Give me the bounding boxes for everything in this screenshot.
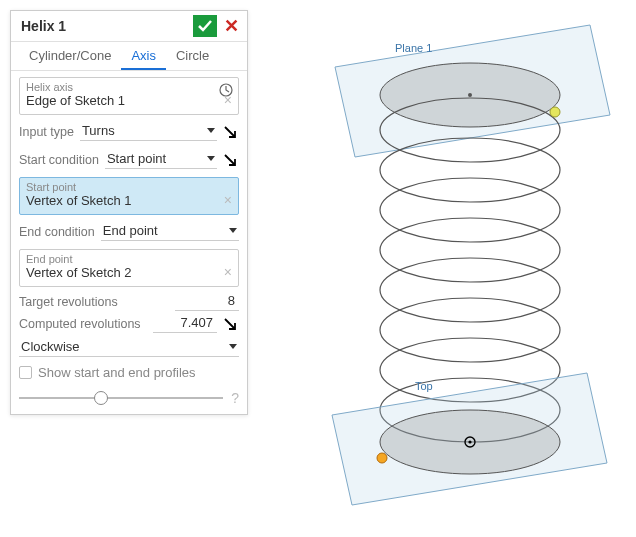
target-revolutions-label: Target revolutions: [19, 295, 175, 309]
cancel-button[interactable]: ✕: [221, 15, 241, 37]
flip-icon: [223, 153, 237, 167]
help-icon[interactable]: ?: [231, 390, 239, 406]
panel-title: Helix 1: [21, 18, 193, 34]
accept-button[interactable]: [193, 15, 217, 37]
input-type-value: Turns: [82, 123, 115, 138]
end-condition-value: End point: [103, 223, 158, 238]
end-point-field[interactable]: End point Vertex of Sketch 2 ×: [19, 249, 239, 287]
chevron-down-icon: [229, 228, 237, 233]
computed-revolutions-value: 7.407: [153, 315, 217, 333]
show-profiles-label: Show start and end profiles: [38, 365, 196, 380]
start-condition-select[interactable]: Start point: [105, 150, 217, 169]
slider-row: ?: [19, 390, 239, 406]
svg-point-2: [380, 138, 560, 202]
end-point-label: End point: [26, 253, 232, 265]
helix-top-center: [468, 93, 472, 97]
viewport[interactable]: Plane 1 Top: [270, 10, 630, 530]
show-profiles-row[interactable]: Show start and end profiles: [19, 365, 239, 380]
svg-point-4: [380, 218, 560, 282]
flip-input-type-button[interactable]: [221, 123, 239, 141]
flip-computed-button[interactable]: [221, 315, 239, 333]
tab-circle[interactable]: Circle: [166, 42, 219, 70]
slider-track: [19, 397, 223, 399]
tab-bar: Cylinder/Cone Axis Circle: [11, 42, 247, 71]
clock-icon[interactable]: [218, 82, 234, 101]
flip-icon: [223, 317, 237, 331]
end-condition-label: End condition: [19, 225, 95, 239]
chevron-down-icon: [207, 128, 215, 133]
helix-start-vertex[interactable]: [550, 107, 560, 117]
helix-axis-field[interactable]: Helix axis Edge of Sketch 1 ×: [19, 77, 239, 115]
end-point-value: Vertex of Sketch 2: [26, 265, 232, 282]
direction-select[interactable]: Clockwise: [19, 338, 239, 357]
svg-point-3: [380, 178, 560, 242]
panel-header: Helix 1 ✕: [11, 11, 247, 42]
input-type-label: Input type: [19, 125, 74, 139]
flip-start-condition-button[interactable]: [221, 151, 239, 169]
start-point-field[interactable]: Start point Vertex of Sketch 1 ×: [19, 177, 239, 215]
input-type-row: Input type Turns: [19, 121, 239, 143]
show-profiles-checkbox[interactable]: [19, 366, 32, 379]
start-condition-value: Start point: [107, 151, 166, 166]
computed-revolutions-row: Computed revolutions 7.407: [19, 315, 239, 333]
svg-point-6: [380, 298, 560, 362]
viewport-svg: Plane 1 Top: [270, 10, 630, 530]
tab-axis[interactable]: Axis: [121, 42, 166, 70]
start-condition-row: Start condition Start point: [19, 149, 239, 171]
plane-top-label: Plane 1: [395, 42, 432, 54]
helix-end-vertex[interactable]: [377, 453, 387, 463]
direction-value: Clockwise: [21, 339, 80, 354]
helix-axis-value: Edge of Sketch 1: [26, 93, 232, 110]
end-condition-row: End condition End point: [19, 221, 239, 243]
check-icon: [197, 19, 213, 33]
chevron-down-icon: [229, 344, 237, 349]
flip-icon: [223, 125, 237, 139]
chevron-down-icon: [207, 156, 215, 161]
helix-axis-label: Helix axis: [26, 81, 232, 93]
end-condition-select[interactable]: End point: [101, 222, 239, 241]
svg-point-5: [380, 258, 560, 322]
close-icon: ✕: [224, 15, 239, 37]
start-point-label: Start point: [26, 181, 232, 193]
clear-icon[interactable]: ×: [224, 192, 232, 208]
target-revolutions-row: Target revolutions 8: [19, 293, 239, 311]
target-revolutions-input[interactable]: 8: [175, 293, 239, 311]
slider-thumb[interactable]: [94, 391, 108, 405]
opacity-slider[interactable]: [19, 391, 223, 405]
tab-cylinder-cone[interactable]: Cylinder/Cone: [19, 42, 121, 70]
direction-row: Clockwise: [19, 337, 239, 359]
panel-body: Helix axis Edge of Sketch 1 × Input type…: [11, 71, 247, 414]
input-type-select[interactable]: Turns: [80, 122, 217, 141]
plane-bottom-label: Top: [415, 380, 433, 392]
start-point-value: Vertex of Sketch 1: [26, 193, 232, 210]
svg-point-10: [468, 440, 471, 443]
clear-icon[interactable]: ×: [224, 264, 232, 280]
helix-feature-panel: Helix 1 ✕ Cylinder/Cone Axis Circle Heli…: [10, 10, 248, 415]
computed-revolutions-label: Computed revolutions: [19, 317, 153, 331]
start-condition-label: Start condition: [19, 153, 99, 167]
